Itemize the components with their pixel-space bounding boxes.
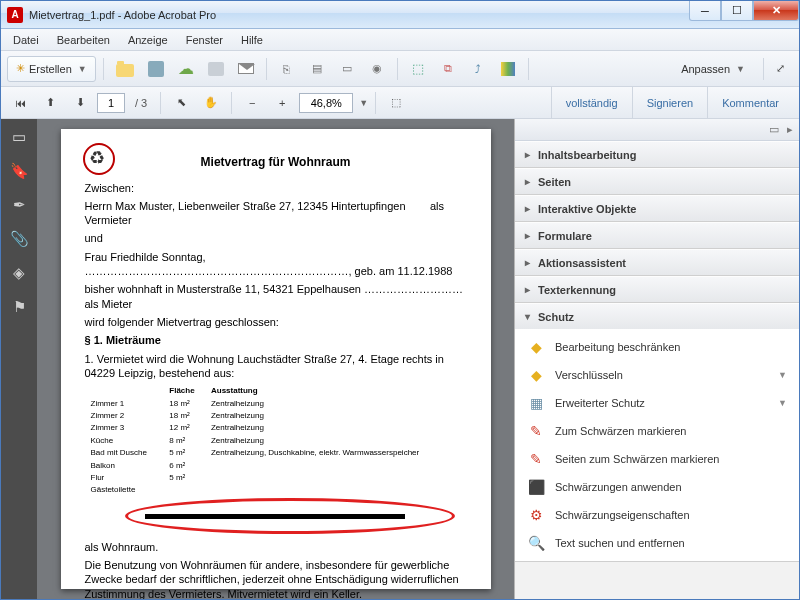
open-button[interactable] [111,56,139,82]
doc-title: Mietvertrag für Wohnraum [85,155,467,171]
app-icon: A [7,7,23,23]
cloud-button[interactable]: ☁ [173,56,199,82]
panel-collapse-icon[interactable]: ▸ [787,123,793,136]
minimize-button[interactable]: ─ [689,1,721,21]
combine-icon: ⧉ [444,62,452,75]
next-page-button[interactable]: ⬇ [67,90,93,116]
customize-button[interactable]: Anpassen ▼ [672,56,754,82]
zoom-input[interactable] [299,93,353,113]
menu-hilfe[interactable]: Hilfe [233,32,271,48]
chevron-down-icon[interactable]: ▼ [359,98,368,108]
combine-button[interactable]: ⧉ [435,56,461,82]
panel-item[interactable]: ⚙Schwärzungseigenschaften [515,501,799,529]
select-tool[interactable]: ⬉ [168,90,194,116]
pages-icon: ▤ [312,62,322,75]
first-page-button[interactable]: ⏮ [7,90,33,116]
chevron-down-icon[interactable]: ▼ [778,370,787,380]
document-area[interactable]: Mietvertrag für Wohnraum Zwischen: Herrn… [37,119,514,599]
panel-item[interactable]: ◆Bearbeitung beschränken [515,333,799,361]
accordion-header[interactable]: ▾Schutz [515,303,799,329]
prev-page-button[interactable]: ⬆ [37,90,63,116]
table-row: Küche8 m²Zentralheizung [87,436,465,446]
panel-item[interactable]: ✎Seiten zum Schwärzen markieren [515,445,799,473]
menu-bar: Datei Bearbeiten Anzeige Fenster Hilfe [1,29,799,51]
mail-button[interactable] [233,56,259,82]
item-icon: ⚙ [527,506,545,524]
attachments-icon[interactable]: 📎 [9,229,29,249]
chevron-down-icon[interactable]: ▼ [778,398,787,408]
chevron-icon: ▸ [525,230,530,241]
chevron-down-icon: ▼ [736,64,745,74]
accordion-header[interactable]: ▸Formulare [515,222,799,248]
create-button[interactable]: ✳ Erstellen ▼ [7,56,96,82]
right-panel: ▭ ▸ ▸Inhaltsbearbeitung▸Seiten▸Interakti… [514,119,799,599]
zoom-out-button[interactable]: − [239,90,265,116]
create-icon: ✳ [16,62,25,75]
comment-link[interactable]: Kommentar [707,87,793,118]
panel-item[interactable]: 🔍Text suchen und entfernen [515,529,799,557]
chevron-icon: ▸ [525,176,530,187]
accordion-header[interactable]: ▸Aktionsassistent [515,249,799,275]
item-icon: ⬛ [527,478,545,496]
layers-icon[interactable]: ◈ [9,263,29,283]
chevron-icon: ▾ [525,311,530,322]
panel-item[interactable]: ⬛Schwärzungen anwenden [515,473,799,501]
accordion-header[interactable]: ▸Texterkennung [515,276,799,302]
export-icon: ⎘ [283,63,290,75]
panel-toolbar: ▭ ▸ [515,119,799,141]
edit-icon: ⬚ [412,61,424,76]
menu-bearbeiten[interactable]: Bearbeiten [49,32,118,48]
table-row: Bad mit Dusche5 m²Zentralheizung, Duschk… [87,448,465,458]
form-icon: ▭ [342,62,352,75]
tags-icon[interactable]: ⚑ [9,297,29,317]
table-row: Zimmer 118 m²Zentralheizung [87,399,465,409]
panel-item[interactable]: ▦Erweiterter Schutz▼ [515,389,799,417]
menu-fenster[interactable]: Fenster [178,32,231,48]
highlight-button[interactable] [495,56,521,82]
table-row: Balkon6 m² [87,461,465,471]
item-icon: 🔍 [527,534,545,552]
panel-menu-icon[interactable]: ▭ [769,123,779,136]
maximize-button[interactable]: ☐ [721,1,753,21]
pages-button[interactable]: ▤ [304,56,330,82]
print-button[interactable] [203,56,229,82]
window-title: Mietvertrag_1.pdf - Adobe Acrobat Pro [29,9,689,21]
printer-icon [208,62,224,76]
accordion-header[interactable]: ▸Interaktive Objekte [515,195,799,221]
signatures-icon[interactable]: ✒ [9,195,29,215]
export-button[interactable]: ⎘ [274,56,300,82]
cloud-icon: ☁ [178,59,194,78]
close-button[interactable]: ✕ [753,1,799,21]
menu-anzeige[interactable]: Anzeige [120,32,176,48]
media-button[interactable]: ◉ [364,56,390,82]
table-row: Flur5 m² [87,473,465,483]
title-bar: A Mietvertrag_1.pdf - Adobe Acrobat Pro … [1,1,799,29]
marquee-zoom[interactable]: ⬚ [383,90,409,116]
page-input[interactable] [97,93,125,113]
rooms-table: FlächeAusstattung Zimmer 118 m²Zentralhe… [85,384,467,498]
media-icon: ◉ [372,62,382,75]
item-icon: ◆ [527,338,545,356]
item-icon: ✎ [527,450,545,468]
accordion-header[interactable]: ▸Inhaltsbearbeitung [515,141,799,167]
save-button[interactable] [143,56,169,82]
bookmarks-icon[interactable]: 🔖 [9,161,29,181]
panel-item[interactable]: ◆Verschlüsseln▼ [515,361,799,389]
share-button[interactable]: ⤴ [465,56,491,82]
menu-datei[interactable]: Datei [5,32,47,48]
expand-button[interactable]: ⤢ [767,56,793,82]
table-row: Zimmer 312 m²Zentralheizung [87,423,465,433]
hand-tool[interactable]: ✋ [198,90,224,116]
accordion-header[interactable]: ▸Seiten [515,168,799,194]
thumbnails-icon[interactable]: ▭ [9,127,29,147]
edit-text-button[interactable]: ⬚ [405,56,431,82]
tools-link[interactable]: vollständig [551,87,632,118]
folder-icon [116,64,134,77]
pdf-page: Mietvertrag für Wohnraum Zwischen: Herrn… [61,129,491,589]
zoom-in-button[interactable]: + [269,90,295,116]
sign-link[interactable]: Signieren [632,87,707,118]
table-row: Gästetoilette [87,485,465,495]
panel-item[interactable]: ✎Zum Schwärzen markieren [515,417,799,445]
page-count: / 3 [135,97,147,109]
form-button[interactable]: ▭ [334,56,360,82]
